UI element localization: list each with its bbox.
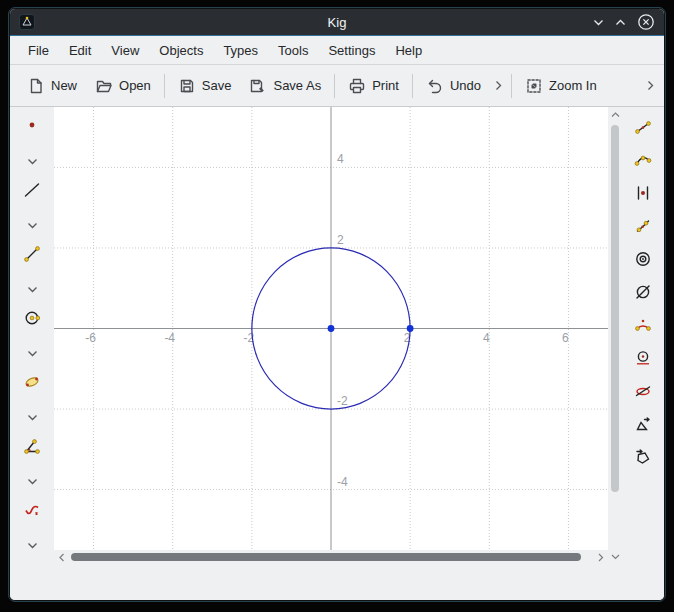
save-button[interactable]: Save [169, 70, 241, 102]
menu-view[interactable]: View [101, 39, 149, 62]
kig-window: Kig FileEditViewObjectsTypesToolsSetting… [9, 8, 665, 601]
print-icon [348, 77, 366, 95]
ellipse-line-icon [634, 382, 652, 404]
vertical-scrollbar[interactable] [608, 107, 622, 564]
left-toolbar-expander[interactable] [10, 336, 54, 368]
test-tool[interactable] [10, 496, 54, 528]
chevron-down-icon [27, 535, 38, 553]
print-label: Print [372, 78, 399, 93]
menu-file[interactable]: File [18, 39, 59, 62]
menu-tools[interactable]: Tools [268, 39, 318, 62]
segment-midpoint-icon [634, 118, 652, 140]
geometry-canvas[interactable]: -6-4-2246-4-224 [54, 107, 608, 550]
concentric-circles-tool[interactable] [634, 244, 652, 277]
left-toolbar-expander[interactable] [10, 208, 54, 240]
chevron-down-icon [27, 279, 38, 297]
close-button[interactable] [637, 13, 655, 31]
segment-icon [23, 245, 41, 267]
content: -6-4-2246-4-224 [10, 107, 664, 564]
attach-point-tool[interactable] [634, 211, 652, 244]
line-icon [23, 181, 41, 203]
new-button[interactable]: New [18, 70, 86, 102]
crossed-circle-icon [634, 283, 652, 305]
segment-tool[interactable] [10, 240, 54, 272]
geometry-plot: -6-4-2246-4-224 [54, 107, 608, 550]
point-on-line-tool[interactable] [634, 178, 652, 211]
geometry-point[interactable] [407, 325, 414, 332]
new-label: New [51, 78, 77, 93]
point-on-line-icon [634, 184, 652, 206]
vertical-scroll-track[interactable] [608, 122, 622, 549]
ellipse-line-tool[interactable] [634, 376, 652, 409]
print-button[interactable]: Print [339, 70, 408, 102]
menu-objects[interactable]: Objects [149, 39, 213, 62]
undo-button[interactable]: Undo [417, 70, 490, 102]
toolbar-overflow-chevron[interactable] [490, 80, 507, 91]
geometry-point[interactable] [328, 325, 335, 332]
zoom-in-button[interactable]: Zoom In [516, 70, 606, 102]
toolbar-separator [511, 74, 512, 98]
curve-points-tool[interactable] [634, 145, 652, 178]
left-toolbar [10, 107, 54, 564]
app-icon [19, 14, 35, 30]
menu-settings[interactable]: Settings [318, 39, 385, 62]
open-label: Open [119, 78, 151, 93]
line-tool[interactable] [10, 176, 54, 208]
toolbar-overflow-chevron[interactable] [642, 80, 656, 91]
scroll-left-arrow[interactable] [54, 553, 69, 562]
new-document-icon [27, 77, 45, 95]
horizontal-scroll-thumb[interactable] [71, 553, 581, 561]
point-tool[interactable] [10, 112, 54, 144]
circle-icon [23, 309, 41, 331]
x-tick-label: -4 [164, 331, 175, 345]
left-toolbar-expander[interactable] [10, 400, 54, 432]
transform-polygon-tool[interactable] [634, 442, 652, 475]
chevron-down-icon [27, 215, 38, 233]
scroll-down-arrow[interactable] [611, 549, 620, 564]
chevron-down-icon [27, 407, 38, 425]
menu-help[interactable]: Help [385, 39, 432, 62]
angle-icon [23, 437, 41, 459]
menu-edit[interactable]: Edit [59, 39, 101, 62]
minimize-button[interactable] [593, 19, 604, 26]
left-toolbar-expander[interactable] [10, 464, 54, 496]
scroll-up-arrow[interactable] [611, 107, 620, 122]
save-as-button[interactable]: Save As [240, 70, 330, 102]
canvas-column: -6-4-2246-4-224 [54, 107, 608, 564]
toolbar-separator [164, 74, 165, 98]
horizontal-scroll-track[interactable] [69, 550, 593, 564]
conic-icon [23, 373, 41, 395]
open-folder-icon [95, 77, 113, 95]
x-tick-label: -6 [85, 331, 96, 345]
circle-point-line-tool[interactable] [634, 343, 652, 376]
circle-tool[interactable] [10, 304, 54, 336]
left-toolbar-expander[interactable] [10, 272, 54, 304]
segment-midpoint-tool[interactable] [634, 112, 652, 145]
angle-tool[interactable] [10, 432, 54, 464]
arc-tool[interactable] [634, 310, 652, 343]
toolbar: NewOpenSaveSave AsPrintUndoZoom In [10, 65, 664, 107]
transform-triangle-tool[interactable] [634, 409, 652, 442]
test-icon [23, 501, 41, 523]
scroll-right-arrow[interactable] [593, 553, 608, 562]
maximize-button[interactable] [615, 19, 626, 26]
chevron-right-icon [647, 80, 654, 91]
window-controls [593, 13, 664, 31]
horizontal-scrollbar[interactable] [54, 550, 608, 564]
titlebar[interactable]: Kig [10, 9, 664, 36]
menu-types[interactable]: Types [213, 39, 268, 62]
toolbar-separator [334, 74, 335, 98]
vertical-scroll-thumb[interactable] [611, 125, 619, 492]
y-tick-label: -2 [337, 394, 348, 408]
left-toolbar-expander[interactable] [10, 144, 54, 176]
left-toolbar-expander[interactable] [10, 528, 54, 560]
open-button[interactable]: Open [86, 70, 160, 102]
crossed-circle-tool[interactable] [634, 277, 652, 310]
window-title: Kig [10, 15, 664, 30]
circle-point-line-icon [634, 349, 652, 371]
conic-tool[interactable] [10, 368, 54, 400]
chevron-right-icon [495, 80, 502, 91]
chevron-down-icon [27, 151, 38, 169]
y-tick-label: 2 [337, 233, 344, 247]
right-toolbar [622, 107, 664, 564]
